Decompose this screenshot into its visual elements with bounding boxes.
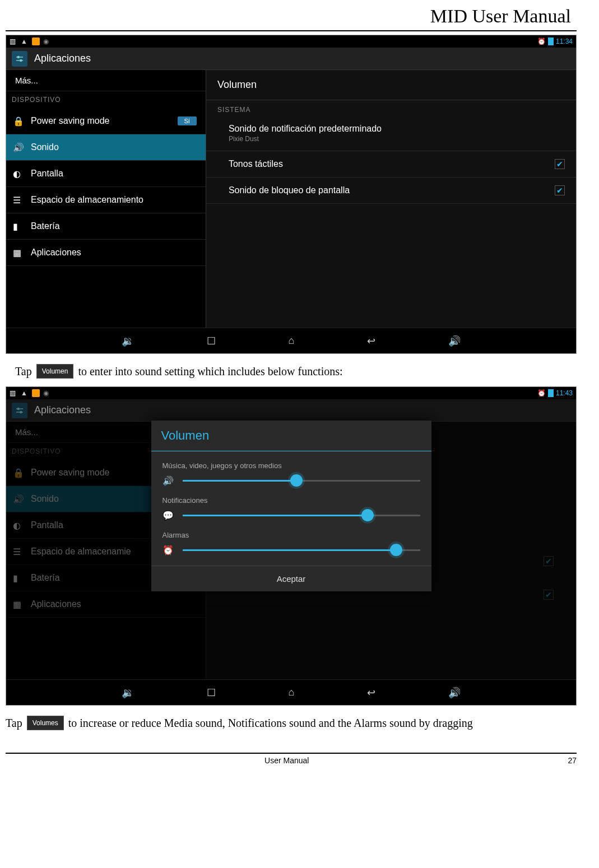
volume-header[interactable]: Volumen (206, 70, 576, 100)
menu-item-pantalla[interactable]: ◐ Pantalla (6, 161, 206, 187)
apps-icon: ▦ (13, 599, 23, 609)
menu-label: Pantalla (31, 169, 63, 179)
menu-label: Sonido (31, 494, 59, 504)
checkbox-checked-icon[interactable]: ✔ (555, 159, 565, 169)
volume-down-icon[interactable]: 🔉 (122, 687, 134, 699)
inline-volumen-button: Volumen (36, 364, 74, 379)
volume-dialog: Volumen Música, video, juegos y otros me… (151, 421, 431, 591)
media-volume-slider[interactable] (183, 480, 420, 482)
page-number: 27 (568, 756, 577, 765)
screenshot-volume-dialog: ▥ ▲ ◉ ⏰ 11:43 Aplicaciones Más... DISPOS… (6, 386, 577, 706)
checkbox-icon: ✔ (544, 590, 554, 600)
item-title: Sonido de notificación predeterminado (229, 124, 382, 133)
status-bar: ▥ ▲ ◉ ⏰ 11:34 (6, 35, 576, 48)
storage-icon: ☰ (13, 547, 23, 557)
media-slider-label: Música, video, juegos y otros medios (162, 461, 420, 470)
system-nav-bar: 🔉 ☐ ⌂ ↩ 🔊 (6, 679, 576, 705)
app-header: Aplicaciones (6, 399, 576, 422)
item-title: Sonido de bloqueo de pantalla (229, 185, 350, 195)
slider-thumb[interactable] (361, 509, 374, 521)
menu-label: Batería (31, 221, 60, 231)
settings-icon (12, 403, 27, 418)
home-icon[interactable]: ⌂ (289, 335, 295, 347)
battery-icon (548, 38, 554, 45)
svg-point-7 (20, 411, 22, 413)
speaker-icon: 🔊 (13, 494, 23, 504)
menu-item-storage[interactable]: ☰ Espacio de almacenamiento (6, 187, 206, 213)
back-icon[interactable]: ↩ (367, 335, 375, 347)
android-icon: ◉ (43, 389, 51, 397)
menu-item-sonido[interactable]: 🔊 Sonido (6, 134, 206, 161)
toggle-on[interactable]: Sí (178, 116, 197, 125)
section-sistema: SISTEMA (206, 100, 576, 116)
storage-icon: ☰ (13, 195, 23, 205)
settings-left-pane: Más... DISPOSITIVO 🔒 Power saving mode S… (6, 70, 206, 328)
alarm-icon: ⏰ (537, 38, 546, 45)
item-touch-tones[interactable]: Tonos táctiles ✔ (206, 151, 576, 178)
app-title: Aplicaciones (34, 404, 91, 416)
svg-point-1 (17, 56, 19, 58)
status-time: 11:34 (556, 38, 573, 45)
menu-item-mas[interactable]: Más... (6, 70, 206, 91)
alarm-icon: ⏰ (537, 389, 546, 397)
svg-point-3 (20, 59, 22, 61)
slider-thumb[interactable] (290, 474, 303, 487)
checkbox-checked-icon[interactable]: ✔ (555, 185, 565, 195)
alarm-slider-label: Alarmas (162, 531, 420, 539)
display-icon: ◐ (13, 169, 23, 179)
notif-volume-slider[interactable] (183, 515, 420, 516)
dialog-title: Volumen (151, 421, 431, 451)
battery-icon: ▮ (13, 221, 23, 231)
menu-label: Aplicaciones (31, 599, 81, 609)
instruction-line-1: Tap Volumen to enter into sound setting … (6, 354, 577, 386)
menu-label: Power saving mode (31, 116, 110, 126)
app-title: Aplicaciones (34, 53, 91, 64)
menu-label: Espacio de almacenamiento (31, 195, 143, 205)
dialog-accept-button[interactable]: Aceptar (151, 566, 431, 591)
menu-item-bateria[interactable]: ▮ Batería (6, 213, 206, 240)
volume-up-icon[interactable]: 🔊 (448, 335, 461, 347)
menu-item-power-saving[interactable]: 🔒 Power saving mode Sí (6, 108, 206, 134)
menu-label: Espacio de almacenamie (31, 547, 131, 557)
warning-icon: ▲ (21, 389, 29, 397)
speaker-icon: 🔊 (13, 142, 23, 152)
android-icon: ◉ (43, 38, 51, 45)
home-icon[interactable]: ⌂ (289, 687, 295, 698)
item-lock-sound[interactable]: Sonido de bloqueo de pantalla ✔ (206, 178, 576, 204)
back-icon[interactable]: ↩ (367, 687, 375, 699)
menu-label: Batería (31, 573, 60, 583)
instruction-line-2: Tap Volumes to increase or reduce Media … (6, 706, 577, 738)
document-header-title: MID User Manual (6, 6, 577, 27)
status-time: 11:43 (556, 389, 573, 397)
speaker-icon: 🔊 (162, 475, 174, 486)
notification-icon: 💬 (162, 510, 174, 521)
settings-icon (12, 51, 27, 67)
app-notif-icon (32, 389, 40, 397)
app-notif-icon (32, 38, 40, 45)
menu-item-aplicaciones[interactable]: ▦ Aplicaciones (6, 240, 206, 266)
warning-icon: ▲ (21, 38, 29, 45)
apps-icon: ▦ (13, 248, 23, 258)
volume-up-icon[interactable]: 🔊 (448, 687, 461, 699)
sdcard-icon: ▥ (10, 38, 17, 45)
section-dispositivo: DISPOSITIVO (6, 91, 206, 108)
lock-icon: 🔒 (13, 116, 23, 126)
screenshot-sound-settings: ▥ ▲ ◉ ⏰ 11:34 Aplicaciones Más... DISPOS… (6, 35, 577, 354)
settings-right-pane: Volumen SISTEMA Sonido de notificación p… (206, 70, 576, 328)
battery-icon: ▮ (13, 573, 23, 583)
sdcard-icon: ▥ (10, 389, 17, 397)
recent-apps-icon[interactable]: ☐ (207, 687, 216, 699)
alarm-volume-slider[interactable] (183, 549, 420, 551)
item-default-notification-sound[interactable]: Sonido de notificación predeterminado Pi… (206, 116, 576, 151)
footer-center-text: User Manual (6, 756, 568, 765)
menu-label: Sonido (31, 142, 59, 152)
slider-thumb[interactable] (390, 544, 402, 556)
notif-slider-label: Notificaciones (162, 496, 420, 505)
display-icon: ◐ (13, 520, 23, 530)
menu-label: Pantalla (31, 520, 63, 530)
checkbox-icon: ✔ (544, 556, 554, 566)
header-rule (6, 30, 577, 31)
recent-apps-icon[interactable]: ☐ (207, 335, 216, 347)
inline-volumes-button: Volumes (27, 716, 64, 730)
volume-down-icon[interactable]: 🔉 (122, 335, 134, 347)
